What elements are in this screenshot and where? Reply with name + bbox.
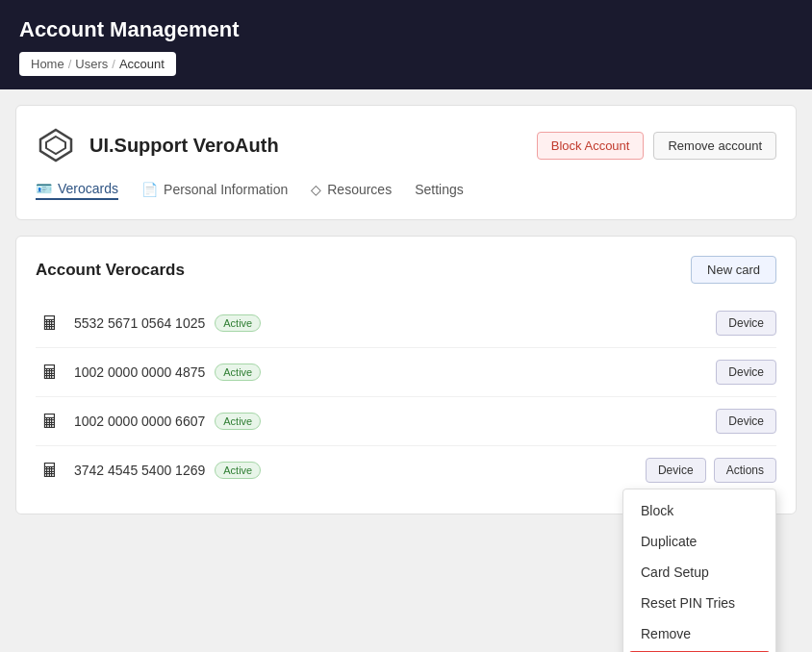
tab-personal-information[interactable]: 📄 Personal Information	[141, 182, 288, 199]
actions-dropdown-menu: Block Duplicate Card Setup Reset PIN Tri…	[622, 489, 776, 652]
account-logo-icon	[36, 125, 76, 165]
main-content: UI.Support VeroAuth Block Account Remove…	[0, 89, 812, 530]
dropdown-item-card-setup[interactable]: Card Setup	[623, 557, 775, 588]
account-info-card: UI.Support VeroAuth Block Account Remove…	[15, 105, 797, 220]
tab-verocards-label: Verocards	[58, 181, 118, 196]
card-row: 🖩 3742 4545 5400 1269 Active Device Acti…	[36, 446, 776, 494]
card-number-4: 3742 4545 5400 1269 Active	[74, 462, 646, 479]
card-row: 🖩 1002 0000 0000 6607 Active Device	[36, 397, 776, 446]
account-identity: UI.Support VeroAuth	[36, 125, 279, 165]
card-icon-2: 🖩	[36, 362, 64, 384]
card-row: 🖩 1002 0000 0000 4875 Active Device	[36, 348, 776, 397]
new-card-button[interactable]: New card	[691, 256, 776, 284]
dropdown-item-remove[interactable]: Remove	[623, 618, 775, 649]
page-header: Account Management Home / Users / Accoun…	[0, 0, 812, 89]
resources-tab-icon: ◇	[311, 182, 321, 197]
card-number-3: 1002 0000 0000 6607 Active	[74, 413, 716, 430]
card-number-1: 5532 5671 0564 1025 Active	[74, 314, 716, 332]
card-icon-1: 🖩	[36, 313, 64, 335]
svg-marker-1	[46, 137, 65, 154]
breadcrumb-users[interactable]: Users	[75, 57, 108, 71]
verocards-title: Account Verocards	[36, 261, 185, 280]
device-button-1[interactable]: Device	[716, 311, 776, 336]
block-account-button[interactable]: Block Account	[537, 132, 645, 160]
tab-verocards[interactable]: 🪪 Verocards	[36, 181, 118, 200]
remove-account-button[interactable]: Remove account	[653, 132, 776, 160]
account-tabs: 🪪 Verocards 📄 Personal Information ◇ Res…	[36, 181, 776, 200]
card-row: 🖩 5532 5671 0564 1025 Active Device	[36, 299, 776, 348]
tab-resources[interactable]: ◇ Resources	[311, 182, 392, 199]
actions-button-4[interactable]: Actions	[714, 458, 776, 483]
tab-settings-label: Settings	[415, 182, 464, 197]
verocards-header: Account Verocards New card	[36, 256, 776, 284]
verocards-tab-icon: 🪪	[36, 181, 52, 196]
dropdown-item-block[interactable]: Block	[623, 495, 775, 526]
account-name: UI.Support VeroAuth	[89, 135, 279, 157]
tab-settings[interactable]: Settings	[415, 182, 464, 199]
dropdown-item-duplicate[interactable]: Duplicate	[623, 526, 775, 557]
card-number-2: 1002 0000 0000 4875 Active	[74, 364, 716, 381]
breadcrumb: Home / Users / Account	[19, 52, 176, 76]
page-title: Account Management	[19, 17, 793, 42]
status-badge-2: Active	[215, 364, 261, 381]
card-icon-4: 🖩	[36, 460, 64, 482]
card-row-actions-2: Device	[716, 360, 776, 385]
breadcrumb-account[interactable]: Account	[119, 57, 165, 71]
svg-marker-0	[40, 130, 71, 161]
tab-personal-label: Personal Information	[164, 182, 288, 197]
device-button-3[interactable]: Device	[716, 409, 776, 434]
verocards-card: Account Verocards New card 🖩 5532 5671 0…	[15, 236, 797, 514]
status-badge-3: Active	[215, 413, 261, 430]
breadcrumb-home[interactable]: Home	[31, 57, 64, 71]
account-top-row: UI.Support VeroAuth Block Account Remove…	[36, 125, 776, 165]
tab-resources-label: Resources	[327, 182, 392, 197]
account-action-buttons: Block Account Remove account	[537, 132, 776, 160]
dropdown-item-reset-pin[interactable]: Reset PIN Tries	[623, 588, 775, 618]
status-badge-1: Active	[215, 314, 261, 332]
device-button-4[interactable]: Device	[646, 458, 706, 483]
status-badge-4: Active	[215, 462, 261, 479]
card-row-actions-3: Device	[716, 409, 776, 434]
card-row-actions-4: Device Actions Block Duplicate Card Setu…	[646, 458, 776, 483]
personal-tab-icon: 📄	[141, 182, 158, 197]
card-row-actions-1: Device	[716, 311, 776, 336]
device-button-2[interactable]: Device	[716, 360, 776, 385]
card-icon-3: 🖩	[36, 411, 64, 433]
